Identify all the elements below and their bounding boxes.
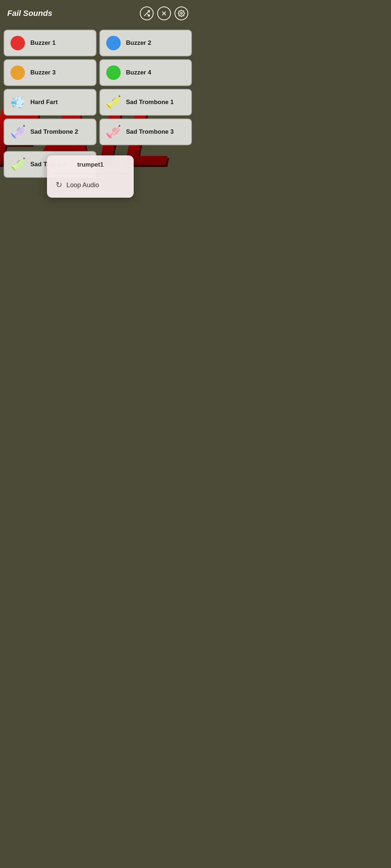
svg-point-4 [181,13,182,14]
sound-button-sadtrombone2[interactable]: 🎺 Sad Trombone 2 [4,119,96,145]
close-button[interactable] [157,7,171,20]
buzzer2-icon [105,35,122,51]
sadtrombone3-label: Sad Trombone 3 [126,128,174,136]
sound-button-hardfart[interactable]: 💨 Hard Fart [4,89,96,116]
sadtrombone1-label: Sad Trombone 1 [126,99,174,106]
hardfart-label: Hard Fart [30,99,58,106]
sadtrombone1-icon: 🎺 [105,94,122,111]
buzzer1-label: Buzzer 1 [30,39,56,47]
header-icons [140,7,188,20]
sadtrombone2-icon: 🎺 [9,124,26,140]
buzzer1-icon [9,35,26,51]
sound-button-sadtrombone3[interactable]: 🎺 Sad Trombone 3 [99,119,192,145]
sound-button-buzzer3[interactable]: Buzzer 3 [4,59,96,86]
settings-button[interactable] [175,7,188,20]
buzzer3-label: Buzzer 3 [30,69,56,76]
buzzer3-icon [9,64,26,81]
sadtrombone3-icon: 🎺 [105,124,122,140]
context-menu: trumpet1 ↻ Loop Audio [47,155,134,198]
app-header: Fail Sounds [0,0,196,25]
sound-button-sadtrombone1[interactable]: 🎺 Sad Trombone 1 [99,89,192,116]
context-menu-divider [54,173,126,174]
sadtrumpet-icon: 🎺 [9,156,26,173]
sound-button-buzzer1[interactable]: Buzzer 1 [4,30,96,56]
buzzer4-icon [105,64,122,81]
shuffle-button[interactable] [140,7,154,20]
loop-audio-label: Loop Audio [66,181,99,189]
sound-grid: Buzzer 1 Buzzer 2 Buzzer 3 Buzzer 4 💨 Ha… [0,25,196,150]
context-menu-title: trumpet1 [54,161,126,168]
buzzer4-label: Buzzer 4 [126,69,151,76]
sound-button-buzzer2[interactable]: Buzzer 2 [99,30,192,56]
sound-button-buzzer4[interactable]: Buzzer 4 [99,59,192,86]
loop-icon: ↻ [56,180,62,190]
app-title: Fail Sounds [7,9,52,18]
loop-audio-item[interactable]: ↻ Loop Audio [54,178,126,192]
buzzer2-label: Buzzer 2 [126,39,151,47]
sadtrombone2-label: Sad Trombone 2 [30,128,78,136]
hardfart-icon: 💨 [9,94,26,111]
